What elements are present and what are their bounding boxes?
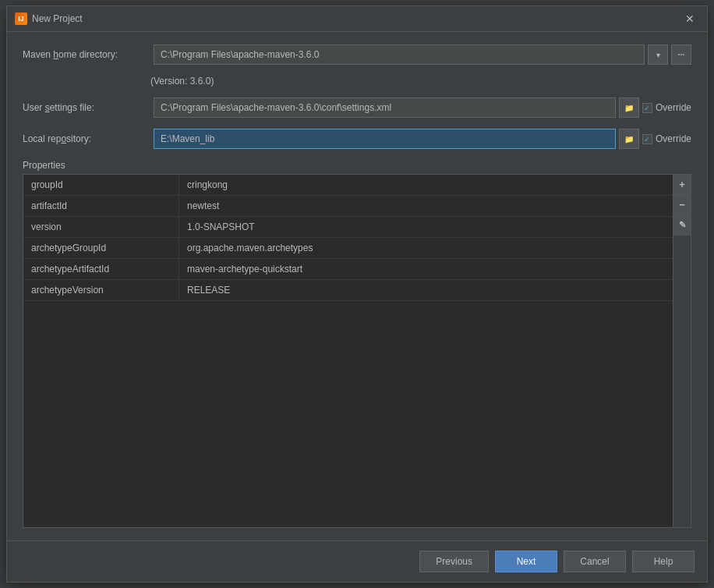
- prop-key: archetypeGroupId: [23, 238, 179, 258]
- user-settings-label: User settings file:: [23, 102, 147, 113]
- help-button[interactable]: Help: [632, 551, 695, 572]
- maven-home-input[interactable]: [154, 44, 645, 65]
- user-settings-browse-btn[interactable]: 📁: [619, 97, 639, 118]
- next-button[interactable]: Next: [495, 551, 557, 572]
- local-repo-input-container: 📁 ✓ Override: [154, 129, 691, 149]
- user-settings-override-checkbox[interactable]: ✓: [642, 103, 652, 113]
- dialog-footer: Previous Next Cancel Help: [7, 540, 707, 582]
- prop-value: org.apache.maven.archetypes: [179, 238, 673, 258]
- close-button[interactable]: ✕: [680, 11, 699, 27]
- prop-key: archetypeArtifactId: [23, 259, 179, 279]
- maven-home-more-btn[interactable]: ···: [671, 44, 691, 65]
- maven-home-label: Maven home directory:: [23, 49, 147, 60]
- table-row: archetypeGroupId org.apache.maven.archet…: [23, 238, 673, 259]
- app-icon: IJ: [15, 12, 27, 25]
- previous-button[interactable]: Previous: [419, 551, 489, 572]
- properties-label: Properties: [23, 160, 691, 171]
- prop-key: version: [23, 217, 179, 237]
- table-row: artifactId newtest: [23, 196, 673, 217]
- add-property-button[interactable]: +: [673, 175, 691, 195]
- table-empty-area: [23, 301, 673, 457]
- prop-value: RELEASE: [179, 280, 673, 300]
- local-repo-override-label: Override: [656, 133, 691, 144]
- user-settings-row: User settings file: 📁 ✓ Override: [23, 97, 691, 118]
- maven-home-dropdown-btn[interactable]: ▾: [648, 44, 668, 65]
- version-text: (Version: 3.6.0): [150, 76, 691, 87]
- local-repo-override-container: ✓ Override: [642, 133, 691, 144]
- prop-value: 1.0-SNAPSHOT: [179, 217, 673, 237]
- local-repo-input[interactable]: [154, 129, 616, 149]
- title-bar: IJ New Project ✕: [7, 6, 707, 32]
- remove-property-button[interactable]: −: [673, 195, 691, 215]
- table-row: groupId cringkong: [23, 175, 673, 196]
- maven-home-input-container: ▾ ···: [154, 44, 691, 65]
- prop-value: newtest: [179, 196, 673, 216]
- prop-key: groupId: [23, 175, 179, 195]
- prop-value: maven-archetype-quickstart: [179, 259, 673, 279]
- maven-home-row: Maven home directory: ▾ ···: [23, 44, 691, 65]
- user-settings-override-container: ✓ Override: [642, 102, 691, 113]
- local-repo-label: Local repository:: [23, 133, 147, 144]
- local-repo-override-checkbox[interactable]: ✓: [642, 134, 652, 144]
- table-row: archetypeVersion RELEASE: [23, 280, 673, 301]
- local-repo-browse-btn[interactable]: 📁: [619, 129, 639, 149]
- user-settings-override-label: Override: [656, 102, 691, 113]
- prop-key: artifactId: [23, 196, 179, 216]
- properties-table: groupId cringkong artifactId newtest ver…: [23, 174, 673, 528]
- user-settings-input[interactable]: [154, 97, 616, 118]
- user-settings-input-container: 📁 ✓ Override: [154, 97, 691, 118]
- properties-section: Properties groupId cringkong artifactId …: [23, 160, 691, 528]
- local-repo-row: Local repository: 📁 ✓ Override: [23, 129, 691, 149]
- new-project-dialog: IJ New Project ✕ Maven home directory: ▾…: [6, 5, 708, 583]
- dialog-title: New Project: [32, 13, 83, 24]
- table-row: archetypeArtifactId maven-archetype-quic…: [23, 259, 673, 280]
- table-actions: + − ✎: [673, 174, 691, 528]
- title-bar-left: IJ New Project: [15, 12, 83, 25]
- prop-value: cringkong: [179, 175, 673, 195]
- dialog-content: Maven home directory: ▾ ··· (Version: 3.…: [7, 32, 707, 540]
- edit-property-button[interactable]: ✎: [673, 215, 691, 236]
- properties-table-container: groupId cringkong artifactId newtest ver…: [23, 174, 691, 528]
- cancel-button[interactable]: Cancel: [564, 551, 626, 572]
- prop-key: archetypeVersion: [23, 280, 179, 300]
- table-row: version 1.0-SNAPSHOT: [23, 217, 673, 238]
